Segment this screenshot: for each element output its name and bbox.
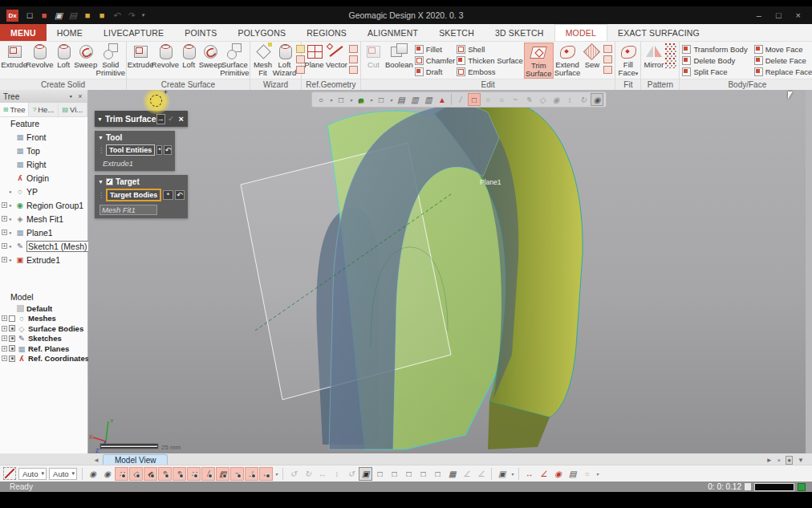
shell-button[interactable]: Shell [457, 44, 523, 55]
measure-radius-icon[interactable]: ◉ [551, 467, 565, 481]
expander-icon[interactable] [2, 257, 7, 262]
target-filter-icon[interactable]: * [163, 190, 173, 200]
visibility-ref-plane-icon[interactable]: ▦ [216, 467, 229, 481]
extend-surface-button[interactable]: Extend Surface [554, 43, 582, 77]
model-item-ref-planes[interactable]: ▦ Ref. Planes [0, 343, 87, 354]
tab-livecapture[interactable]: LIVECAPTURE [93, 24, 174, 41]
vector-button[interactable]: Vector [325, 43, 348, 69]
shaded-mode-more-icon[interactable]: ▾ [368, 93, 374, 106]
trim-surface-button[interactable]: Trim Surface [524, 43, 554, 79]
boolean-button[interactable]: Boolean [384, 43, 414, 69]
toolbar-separator[interactable] [518, 468, 519, 480]
expander-icon[interactable] [2, 356, 7, 361]
mesh-fit-button[interactable]: Mesh Fit [252, 43, 274, 77]
expander-icon[interactable] [2, 230, 7, 235]
visibility-checkbox[interactable] [9, 325, 15, 331]
suppress-dot-icon[interactable]: ● [9, 217, 14, 221]
ref-point-icon[interactable] [349, 45, 358, 53]
thicken-surface-button[interactable]: Thicken Surface [457, 55, 523, 66]
transform-body-button[interactable]: Transform Body [682, 44, 747, 55]
model-view-tab[interactable]: Model View [103, 454, 168, 465]
tree-tab-view[interactable]: ▤Vi... [59, 103, 87, 116]
selection-mode-icon[interactable] [3, 467, 16, 480]
freeform-select-icon[interactable]: ~ [509, 93, 522, 106]
shading-mode-icon[interactable]: ○ [315, 93, 327, 106]
normal-to-view-icon[interactable]: ∠ [474, 467, 488, 481]
emboss-button[interactable]: Emboss [457, 67, 523, 77]
sweep-surface-button[interactable]: Sweep [200, 43, 221, 69]
mesh-buildup-icon[interactable]: ▲ [436, 93, 449, 106]
visibility-region-group-icon[interactable]: ◉ [100, 467, 114, 481]
model-item-meshes[interactable]: ○ Meshes [0, 314, 87, 324]
tree-item-right[interactable]: ● ▦ Right [0, 157, 87, 171]
visibility-overflow-icon[interactable]: ▾ [274, 467, 279, 481]
show-inspector-icon[interactable]: ◉ [591, 93, 603, 106]
tool-filter-icon[interactable]: * [156, 145, 162, 155]
wireframe-mode-icon[interactable]: □ [335, 93, 347, 106]
model-item-sketches[interactable]: ✎ Sketches [0, 334, 87, 344]
accept-button[interactable]: ✓ [167, 114, 176, 124]
tab-scroll-right-icon[interactable]: ► [766, 457, 773, 464]
expander-icon[interactable] [2, 216, 7, 221]
right-view-icon[interactable]: □ [416, 467, 430, 481]
rectangle-select-icon[interactable]: □ [468, 93, 481, 106]
isometric-view-icon[interactable]: ▣ [359, 467, 372, 481]
delete-face-button[interactable]: Delete Face [754, 55, 812, 66]
suppress-dot-icon[interactable]: ● [9, 230, 14, 235]
target-collapse-icon[interactable]: ▼ [98, 179, 104, 185]
visibility-checkbox[interactable] [9, 335, 15, 342]
delete-body-button[interactable]: Delete Body [682, 55, 747, 66]
updown-select-icon[interactable]: ↕ [563, 93, 576, 106]
untrim-icon[interactable] [603, 45, 612, 53]
visibility-mesh-icon[interactable]: ◇ [129, 467, 143, 481]
extrude-solid-button[interactable]: Extrude [2, 43, 26, 69]
visibility-point-cloud-icon[interactable]: ∷ [115, 467, 128, 481]
surface-primitive-button[interactable]: Surface Primitive [221, 43, 248, 77]
suppress-dot-icon[interactable]: ● [9, 203, 14, 208]
chamfer-button[interactable]: Chamfer [415, 55, 455, 66]
sweep-solid-button[interactable]: Sweep [75, 43, 97, 69]
extrude-surface-button[interactable]: Extrude [128, 43, 152, 69]
tree-item-sketch1[interactable]: ● ✎ Sketch1 (Mesh) [0, 239, 87, 253]
visibility-ref-vector-icon[interactable]: / [201, 467, 215, 481]
top-view-icon[interactable]: □ [431, 467, 445, 481]
visibility-curve-icon[interactable]: ~ [230, 467, 244, 481]
shaded-mode-icon[interactable]: ■ [355, 93, 367, 106]
silhouette-icon[interactable]: ○ [580, 467, 594, 481]
visibility-ref-coordinate-icon[interactable]: ⊥ [245, 467, 258, 481]
dialog-header[interactable]: ▼ Trim Surface → ✓ × [95, 111, 188, 127]
tab-more-icon[interactable]: ▼ [798, 457, 804, 464]
expander-icon[interactable] [2, 243, 7, 249]
visibility-checkbox[interactable] [9, 356, 15, 362]
tree-item-region-group1[interactable]: ● ◉ Region Group1 [0, 198, 87, 212]
left-view-icon[interactable]: □ [402, 467, 416, 481]
dialog-close-button[interactable]: × [177, 114, 185, 124]
visibility-surface-body-icon[interactable]: ◆ [144, 467, 157, 481]
target-bodies-button[interactable]: Target Bodies [106, 189, 161, 201]
expander-icon[interactable] [2, 335, 7, 341]
shading-mode-more-icon[interactable]: ▾ [328, 93, 334, 106]
panel-close-icon[interactable]: × [76, 92, 84, 100]
expander-icon[interactable] [2, 315, 7, 321]
close-button[interactable]: × [796, 10, 801, 20]
visibility-sketch-icon[interactable]: ✎ [158, 467, 172, 481]
loft-wizard-button[interactable]: Loft Wizard [274, 43, 295, 77]
front-view-icon[interactable]: □ [373, 467, 387, 481]
move-face-button[interactable]: Move Face [754, 44, 812, 55]
tab-model[interactable]: MODEL [554, 24, 607, 41]
ref-coordinate-icon[interactable] [349, 66, 358, 74]
collapse-icon[interactable]: ▼ [97, 116, 103, 122]
minimize-button[interactable]: – [757, 10, 761, 20]
toolbar-separator[interactable] [282, 468, 283, 480]
polyline-select-icon[interactable]: ◇ [536, 93, 549, 106]
suppress-dot-icon[interactable]: ● [9, 258, 14, 262]
flood-select-icon[interactable]: ◉ [550, 93, 562, 106]
cut-button[interactable]: Cut [363, 43, 384, 69]
restore-button[interactable]: □ [776, 10, 782, 20]
rotate-select-icon[interactable]: ↻ [577, 93, 590, 106]
spin-view-icon[interactable]: ↺ [344, 467, 358, 481]
plane-button[interactable]: Plane [303, 43, 325, 69]
tool-entities-button[interactable]: Tool Entities [106, 144, 155, 156]
revolve-solid-button[interactable]: Revolve [26, 43, 53, 69]
expander-icon[interactable] [2, 346, 7, 352]
